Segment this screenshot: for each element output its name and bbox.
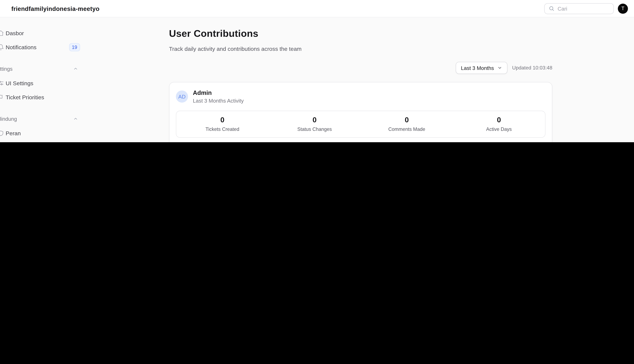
sidebar-item-dasbor[interactable]: Dasbor [0,26,88,40]
sidebar-item-ui-settings[interactable]: UI Settings [0,76,88,90]
search-box[interactable] [544,3,614,14]
period-filter-dropdown[interactable]: Last 3 Months [456,62,507,74]
chevron-up-icon [73,66,78,71]
topbar: friendfamilyindonesia-meetyo T [0,0,634,17]
period-filter-label: Last 3 Months [461,65,494,71]
home-icon [0,30,4,36]
stat-status-changes: 0Status Changes [268,116,361,132]
stat-label: Comments Made [388,126,425,132]
sidebar-item-label: Dasbor [6,30,24,36]
user-name: Admin [193,89,244,96]
main-content: User Contributions Track daily activity … [169,17,552,142]
stat-label: Status Changes [297,126,332,132]
user-period-label: Last 3 Months Activity [193,98,244,104]
sliders-icon [0,80,4,86]
app-title: friendfamilyindonesia-meetyo [11,5,100,12]
sidebar-item-ticket-priorities[interactable]: Ticket Priorities [0,90,88,104]
sidebar: DasborNotifications19ttingsUI SettingsTi… [0,17,88,142]
sidebar-item-notifications[interactable]: Notifications19 [0,40,88,54]
sidebar-item-label: Ticket Priorities [6,94,44,100]
cards-container: ADAdminLast 3 Months Activity0Tickets Cr… [169,82,552,142]
avatar: AD [176,90,188,102]
page-title: User Contributions [169,28,552,39]
updated-timestamp: Updated 10:03:48 [512,65,552,71]
stat-value: 0 [220,116,224,124]
sidebar-item-label: Peran [6,130,21,136]
chevron-up-icon [73,116,78,121]
sidebar-item-label: Notifications [6,44,37,50]
bell-icon [0,44,4,50]
search-input[interactable] [557,6,609,12]
stat-active-days: 0Active Days [453,116,545,132]
search-icon [549,6,554,11]
stat-tickets-created: 0Tickets Created [176,116,268,132]
sidebar-item-peran[interactable]: Peran [0,126,88,140]
topbar-right: T [544,3,628,14]
sidebar-section-ttings[interactable]: ttings [0,64,88,72]
stat-label: Tickets Created [205,126,239,132]
sidebar-item-pengguna[interactable]: Pengguna8 [0,140,88,142]
flag-icon [0,94,4,100]
user-avatar-button[interactable]: T [618,4,628,14]
sidebar-section-lindung[interactable]: lindung [0,115,88,123]
filter-row: Last 3 Months Updated 10:03:48 [169,62,552,74]
count-badge: 19 [69,43,80,51]
user-card-admin: ADAdminLast 3 Months Activity0Tickets Cr… [169,82,552,142]
sidebar-section-label: ttings [0,66,13,72]
stat-value: 0 [312,116,317,124]
stats-box: 0Tickets Created0Status Changes0Comments… [176,111,545,138]
stat-value: 0 [497,116,501,124]
stat-value: 0 [405,116,409,124]
chevron-down-icon [497,66,502,70]
stat-label: Active Days [486,126,512,132]
shield-icon [0,130,4,136]
sidebar-nav: DasborNotifications19ttingsUI SettingsTi… [0,17,88,142]
page-subtitle: Track daily activity and contributions a… [169,46,552,52]
sidebar-section-label: lindung [0,116,17,122]
user-name-block: AdminLast 3 Months Activity [193,89,244,104]
app-window: friendfamilyindonesia-meetyo T DasborNot… [0,0,634,142]
card-header: ADAdminLast 3 Months Activity [176,89,545,104]
stat-comments-made: 0Comments Made [361,116,453,132]
sidebar-item-label: UI Settings [6,80,33,86]
